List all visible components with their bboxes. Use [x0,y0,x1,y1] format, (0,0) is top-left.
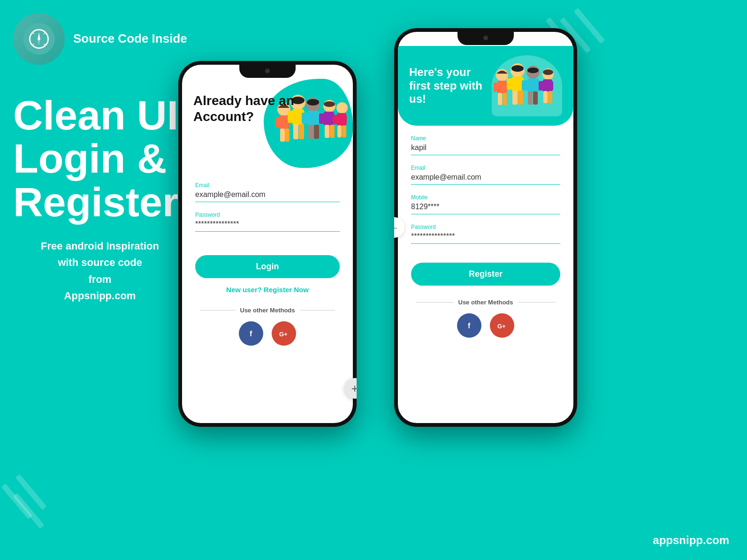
email-input[interactable]: example@email.com [195,190,340,202]
name-label: Name [411,135,560,142]
divider-row: Use other Methods [195,307,340,314]
reg-email-input[interactable]: example@email.com [411,173,560,185]
login-hero-text: Already have an Account? [193,93,342,124]
sub-description: Free android Inspirationwith source code… [13,238,187,304]
register-phone-mockup: Here's your first step with us! [394,28,577,427]
reg-divider-left [416,302,454,303]
svg-rect-65 [522,80,529,91]
svg-rect-38 [330,125,335,138]
svg-rect-24 [299,124,304,139]
phone-camera [265,68,270,73]
reg-divider-label: Use other Methods [458,299,513,306]
email-label: Email [195,182,340,189]
svg-point-62 [511,65,524,72]
password-label: Password [195,212,340,218]
name-input[interactable]: kapil [411,144,560,155]
left-content: Clean UI Login & Register Free android I… [13,94,187,304]
facebook-register-button[interactable]: f [457,313,481,338]
svg-rect-54 [498,93,502,105]
svg-rect-17 [280,129,285,142]
login-button[interactable]: Login [195,255,340,278]
facebook-icon-reg: f [463,319,475,332]
svg-rect-18 [285,129,290,142]
source-code-label: Source Code Inside [73,31,187,47]
svg-rect-45 [342,125,346,137]
login-phone-mockup: Already have an Account? [178,61,357,427]
svg-rect-73 [548,81,553,91]
password-field-container: Password *************** [195,212,340,232]
social-buttons-row: f G+ [195,321,340,346]
google-register-button[interactable]: G+ [490,313,514,338]
register-link[interactable]: New user? Register Now [195,286,340,294]
name-field-container: Name kapil [411,135,560,155]
google-login-button[interactable]: G+ [272,321,296,346]
svg-text:G+: G+ [279,331,288,338]
facebook-login-button[interactable]: f [239,321,263,346]
register-button[interactable]: Register [411,263,560,286]
login-screen: Already have an Account? [182,65,353,423]
reg-divider-row: Use other Methods [411,299,560,306]
svg-rect-55 [503,93,507,105]
password-input[interactable]: *************** [195,220,340,232]
svg-text:f: f [250,330,252,338]
svg-point-8 [38,38,40,40]
mobile-input[interactable]: 8129**** [411,203,560,214]
svg-rect-60 [512,91,518,105]
svg-rect-68 [533,91,538,105]
divider-label: Use other Methods [240,307,295,314]
phone-notch [239,65,296,78]
svg-text:f: f [468,322,471,330]
svg-rect-52 [494,83,499,92]
svg-rect-67 [528,91,533,105]
svg-rect-43 [341,115,347,124]
svg-text:G+: G+ [497,323,506,330]
svg-rect-53 [502,83,507,92]
logo-area: Source Code Inside [13,13,187,65]
people-illustration-register [492,55,562,116]
svg-rect-37 [325,125,329,138]
reg-password-field-container: Password *************** [411,224,560,244]
register-hero-text: Here's your first step with us! [409,66,487,106]
login-form: Email example@email.com Password *******… [182,168,353,423]
svg-rect-72 [539,81,544,91]
svg-rect-44 [337,125,342,137]
svg-rect-30 [308,125,313,139]
svg-rect-58 [507,78,513,90]
android-logo-icon [23,23,55,55]
website-url: appsnipp.com [653,534,729,547]
register-form: Name kapil Email example@email.com Mobil… [398,126,573,423]
divider-right [300,310,335,310]
svg-rect-75 [548,91,552,103]
google-icon-reg: G+ [496,319,508,332]
reg-password-input[interactable]: *************** [411,232,560,244]
register-hero: Here's your first step with us! [398,46,573,126]
email-field-container: Email example@email.com [195,182,340,202]
svg-rect-23 [293,124,298,139]
reg-email-label: Email [411,165,560,171]
svg-point-76 [543,69,553,75]
register-hero-illustration [492,55,562,116]
svg-rect-61 [518,91,523,105]
google-icon: G+ [278,327,290,340]
phone-notch-2 [457,32,514,45]
app-logo [13,13,65,65]
main-title: Clean UI Login & Register [13,94,187,224]
reg-social-buttons-row: f G+ [411,313,560,338]
divider-left [200,310,236,310]
mobile-field-container: Mobile 8129**** [411,194,560,214]
reg-email-field-container: Email example@email.com [411,165,560,185]
svg-rect-74 [543,91,548,103]
reg-divider-right [518,302,556,303]
phone-camera-2 [483,36,488,40]
mobile-label: Mobile [411,194,560,201]
svg-rect-31 [314,125,319,139]
facebook-icon: f [245,327,257,340]
reg-password-label: Password [411,224,560,230]
register-screen: Here's your first step with us! [398,32,573,423]
svg-point-69 [527,68,539,73]
